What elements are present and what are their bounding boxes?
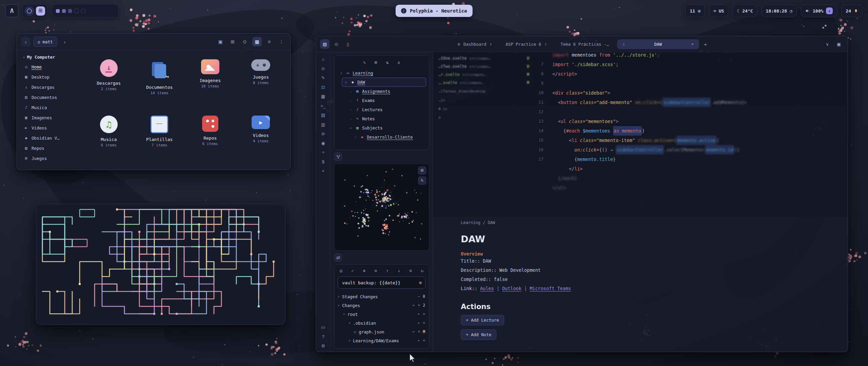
- commit-icon[interactable]: ◎: [340, 268, 342, 273]
- git-row-obsidian[interactable]: ∨.obsidian↶ +: [338, 319, 426, 327]
- breadcrumb[interactable]: ⌂ matt: [33, 37, 57, 47]
- folder-descargas[interactable]: ↓Descargas2 items: [83, 56, 134, 112]
- tree-item-exams[interactable]: ›!Exams: [347, 96, 426, 105]
- new-note-icon[interactable]: ✎: [363, 60, 366, 65]
- workspace-dot[interactable]: [74, 9, 79, 13]
- notes-icon[interactable]: [36, 6, 45, 16]
- search-icon[interactable]: ⊙: [240, 37, 250, 46]
- list-icon[interactable]: ≡: [409, 268, 412, 273]
- new-tab-button[interactable]: +: [701, 41, 710, 47]
- folder-imagenes[interactable]: Imagenes10 items: [185, 56, 236, 112]
- tree-item-learning[interactable]: ∨▭Learning: [337, 68, 426, 78]
- stack-icon[interactable]: ▥: [321, 122, 325, 127]
- clear-icon[interactable]: ⊗: [419, 280, 422, 285]
- sidebar-item-descargas[interactable]: ↓Descargas: [20, 82, 80, 92]
- link-outlook[interactable]: Outlook: [502, 286, 521, 291]
- tab-dashboard[interactable]: ⊞Dashboard↧: [452, 39, 497, 49]
- close-tab-icon[interactable]: ×: [691, 42, 694, 46]
- filter-icon[interactable]: ✎: [418, 177, 426, 185]
- workspace-dot-active[interactable]: [56, 9, 60, 13]
- back-button[interactable]: ‹: [21, 37, 31, 46]
- tree-item-notes[interactable]: ›✎Notes: [347, 114, 426, 123]
- picture-icon[interactable]: ▣: [216, 37, 225, 46]
- git-row-staged-changes[interactable]: ∨Staged Changes—0: [338, 292, 426, 301]
- grid-view-icon[interactable]: ▦: [252, 37, 262, 46]
- workspace-indicator[interactable]: [52, 4, 119, 18]
- new-folder-icon[interactable]: ⊞: [228, 37, 237, 46]
- journal-icon[interactable]: ▤: [321, 113, 325, 117]
- sidebar-header[interactable]: ▾ My Computer: [20, 53, 80, 62]
- commit-message-input[interactable]: [341, 280, 416, 286]
- refresh-icon[interactable]: ↻: [421, 268, 423, 273]
- search-icon[interactable]: ⊙: [332, 39, 341, 49]
- now-playing-pill[interactable]: ♪ Polyphia - Neurotica: [396, 5, 473, 17]
- currency-icon[interactable]: $: [322, 160, 324, 164]
- gear-icon[interactable]: ⚙: [418, 166, 426, 175]
- tab-asp-practice-6[interactable]: ASP Practice 6↧: [500, 39, 552, 49]
- git-row-learning-daw-exams[interactable]: ∨Learning/DAW/Exams↶ +: [338, 336, 426, 345]
- check-icon[interactable]: ✓: [351, 268, 354, 273]
- git-row-changes[interactable]: ∨Changes↶ +2: [338, 301, 426, 310]
- cut-icon[interactable]: ×: [322, 169, 324, 173]
- note-breadcrumb[interactable]: Learning / DAW: [461, 220, 827, 225]
- split-layout-icon[interactable]: ▣: [834, 39, 844, 49]
- tab-dropdown-icon[interactable]: ∨: [823, 39, 832, 49]
- folder-repos[interactable]: Repos6 items: [185, 112, 236, 168]
- folder-juegos[interactable]: +Juegos8 items: [236, 56, 287, 112]
- sort-icon[interactable]: ⇅: [386, 60, 389, 65]
- list-view-icon[interactable]: ≡: [264, 37, 274, 46]
- row-action-icons[interactable]: ↶ +: [412, 303, 420, 308]
- add-note-button[interactable]: + Add Note: [461, 329, 496, 340]
- row-action-icons[interactable]: —: [418, 294, 420, 299]
- camera-icon[interactable]: ◉: [321, 141, 325, 145]
- home-icon[interactable]: ⌂: [322, 57, 324, 61]
- notifications-pill[interactable]: 24: [841, 4, 863, 17]
- power-icon[interactable]: [25, 6, 34, 16]
- pull-icon[interactable]: ↓: [398, 268, 400, 273]
- collapse-icon[interactable]: ∧: [397, 60, 400, 65]
- keyboard-layout-pill[interactable]: ⌨ US: [709, 4, 728, 17]
- workspace-dot[interactable]: [62, 9, 66, 13]
- git-fork-icon[interactable]: [334, 152, 342, 161]
- tablet-icon[interactable]: ▭: [321, 325, 325, 329]
- stage-all-icon[interactable]: ⊕: [363, 268, 366, 273]
- row-action-icons[interactable]: ↶ +: [412, 329, 420, 334]
- unstage-all-icon[interactable]: ⊖: [375, 268, 377, 273]
- add-lecture-button[interactable]: + Add Lecture: [461, 315, 504, 325]
- unlink-icon[interactable]: ⊘: [321, 131, 325, 136]
- sidebar-item-musica[interactable]: ♪Musica: [20, 102, 80, 113]
- help-icon[interactable]: ?: [322, 334, 324, 339]
- workspace-dot[interactable]: [81, 9, 85, 13]
- activity-icon[interactable]: ≈: [322, 150, 324, 155]
- git-row-root[interactable]: ∨root↶ +: [338, 310, 426, 319]
- weather-pill[interactable]: ☾ 24°C: [732, 4, 757, 17]
- sidebar-item-juegos[interactable]: ⊞Juegos: [20, 153, 80, 163]
- folder-plantillas[interactable]: Plantillas7 items: [134, 112, 185, 168]
- source-control-icon[interactable]: ⇄: [334, 253, 342, 262]
- dice-icon[interactable]: ⊡: [321, 85, 325, 89]
- push-icon[interactable]: ↑: [386, 268, 389, 273]
- terminal-icon[interactable]: >_: [321, 104, 326, 108]
- tree-item-subjects[interactable]: ∨▥Subjects: [347, 123, 426, 133]
- sidebar-item-obsidian-v[interactable]: ◆Obsidian V…: [20, 133, 80, 143]
- app-launcher-button[interactable]: Λ: [5, 4, 18, 17]
- forward-button[interactable]: ›: [60, 37, 70, 46]
- tab-tema-6-pr-cticas[interactable]: Tema 6 Prácticas -…: [555, 39, 614, 49]
- tree-item-daw[interactable]: ∨◆DAW: [342, 78, 426, 87]
- tab-daw[interactable]: ▯DAW×: [617, 39, 699, 49]
- settings-icon[interactable]: ⚙: [321, 344, 325, 348]
- sidebar-item-home[interactable]: ⌂Home: [20, 62, 80, 72]
- sidebar-item-imagenes[interactable]: ▣Imagenes: [20, 113, 80, 123]
- menu-icon[interactable]: ⋮: [277, 37, 286, 46]
- git-row-graph-json[interactable]: ▢graph.json↶ +M: [338, 327, 426, 336]
- new-folder-icon[interactable]: ⊞: [375, 60, 377, 65]
- row-action-icons[interactable]: ↶ +: [417, 321, 426, 325]
- sidebar-item-videos[interactable]: ►Videos: [20, 123, 80, 133]
- folder-documentos[interactable]: ↪Documentos14 items: [134, 56, 185, 112]
- tree-item-lectures[interactable]: ›♪Lectures: [347, 105, 426, 114]
- sidebar-item-repos[interactable]: ▥Repos: [20, 143, 80, 153]
- edit-icon[interactable]: ✎: [321, 76, 325, 80]
- calendar-icon[interactable]: ▦: [321, 94, 325, 99]
- row-action-icons[interactable]: ↶ +: [417, 338, 426, 343]
- tree-item-assignments[interactable]: ›▤Assignments: [347, 87, 426, 96]
